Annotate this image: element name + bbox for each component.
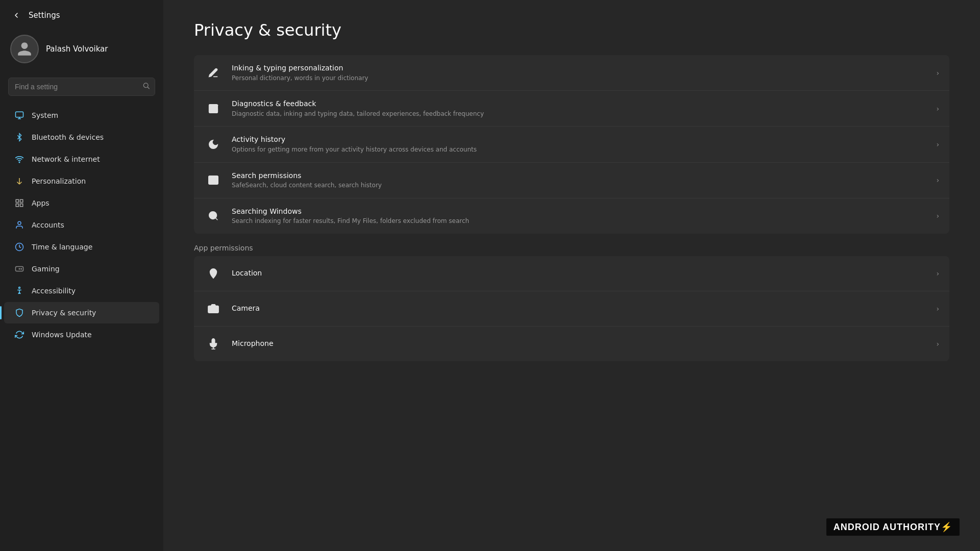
nav-list: System Bluetooth & devices Network & int… bbox=[0, 104, 163, 551]
sidebar-item-windows-update[interactable]: Windows Update bbox=[4, 324, 159, 345]
location-text: Location bbox=[232, 268, 927, 279]
location-title: Location bbox=[232, 268, 927, 279]
accounts-icon bbox=[14, 220, 24, 230]
sidebar-item-accounts-label: Accounts bbox=[32, 221, 64, 229]
search-perm-desc: SafeSearch, cloud content search, search… bbox=[232, 182, 927, 190]
svg-rect-2 bbox=[16, 112, 23, 117]
inking-text: Inking & typing personalization Personal… bbox=[232, 63, 927, 82]
sidebar-item-accounts[interactable]: Accounts bbox=[4, 214, 159, 236]
sidebar-item-accessibility-label: Accessibility bbox=[32, 287, 76, 295]
sidebar-item-accessibility[interactable]: Accessibility bbox=[4, 280, 159, 302]
sidebar-item-system-label: System bbox=[32, 111, 58, 119]
sidebar-item-privacy[interactable]: Privacy & security bbox=[4, 302, 159, 323]
settings-items-group: Inking & typing personalization Personal… bbox=[194, 55, 949, 234]
svg-point-22 bbox=[211, 178, 214, 181]
search-perm-title: Search permissions bbox=[232, 171, 927, 181]
system-icon bbox=[14, 110, 24, 120]
svg-rect-9 bbox=[16, 199, 18, 202]
apps-icon bbox=[14, 198, 24, 208]
settings-item-camera[interactable]: Camera › bbox=[194, 291, 949, 327]
inking-title: Inking & typing personalization bbox=[232, 63, 927, 73]
user-name: Palash Volvoikar bbox=[46, 44, 108, 54]
searching-windows-icon bbox=[204, 207, 223, 225]
searching-windows-desc: Search indexing for faster results, Find… bbox=[232, 217, 927, 226]
search-input[interactable] bbox=[8, 78, 155, 96]
activity-desc: Options for getting more from your activ… bbox=[232, 146, 927, 154]
back-button[interactable] bbox=[10, 9, 22, 21]
sidebar: Settings Palash Volvoikar System bbox=[0, 0, 163, 551]
sidebar-item-personalization-label: Personalization bbox=[32, 177, 86, 185]
avatar bbox=[10, 35, 39, 63]
sidebar-item-gaming[interactable]: Gaming bbox=[4, 258, 159, 280]
sidebar-item-apps-label: Apps bbox=[32, 199, 50, 207]
network-icon bbox=[14, 154, 24, 164]
svg-rect-11 bbox=[16, 204, 18, 207]
time-icon bbox=[14, 242, 24, 252]
svg-rect-10 bbox=[20, 199, 23, 202]
svg-point-29 bbox=[211, 307, 215, 311]
user-profile: Palash Volvoikar bbox=[0, 27, 163, 73]
sidebar-item-bluetooth[interactable]: Bluetooth & devices bbox=[4, 127, 159, 148]
privacy-icon bbox=[14, 308, 24, 318]
settings-item-microphone[interactable]: Microphone › bbox=[194, 327, 949, 361]
settings-item-inking[interactable]: Inking & typing personalization Personal… bbox=[194, 55, 949, 91]
settings-item-activity[interactable]: Activity history Options for getting mor… bbox=[194, 127, 949, 162]
app-permissions-group: Location › Camera › bbox=[194, 256, 949, 361]
app-permissions-label: App permissions bbox=[194, 244, 949, 252]
search-box bbox=[8, 78, 155, 96]
gaming-icon bbox=[14, 264, 24, 274]
searching-windows-chevron: › bbox=[936, 212, 939, 220]
sidebar-item-privacy-label: Privacy & security bbox=[32, 309, 96, 317]
searching-windows-text: Searching Windows Search indexing for fa… bbox=[232, 207, 927, 226]
svg-point-5 bbox=[19, 162, 20, 163]
svg-point-18 bbox=[21, 268, 22, 269]
microphone-chevron: › bbox=[936, 340, 939, 348]
activity-text: Activity history Options for getting mor… bbox=[232, 135, 927, 154]
settings-item-location[interactable]: Location › bbox=[194, 256, 949, 291]
search-perm-chevron: › bbox=[936, 176, 939, 184]
sidebar-item-time-label: Time & language bbox=[32, 243, 92, 251]
sidebar-item-bluetooth-label: Bluetooth & devices bbox=[32, 133, 104, 141]
sidebar-item-apps[interactable]: Apps bbox=[4, 192, 159, 214]
inking-icon bbox=[204, 64, 223, 82]
watermark: ANDROID AUTHORITY⚡ bbox=[826, 518, 960, 536]
app-title: Settings bbox=[29, 11, 60, 20]
microphone-text: Microphone bbox=[232, 339, 927, 349]
sidebar-header: Settings bbox=[0, 0, 163, 27]
personalization-icon bbox=[14, 176, 24, 186]
sidebar-item-network[interactable]: Network & internet bbox=[4, 148, 159, 170]
camera-text: Camera bbox=[232, 304, 927, 314]
settings-item-search-perm[interactable]: Search permissions SafeSearch, cloud con… bbox=[194, 163, 949, 198]
search-perm-icon bbox=[204, 171, 223, 189]
sidebar-item-system[interactable]: System bbox=[4, 105, 159, 126]
camera-icon bbox=[204, 299, 223, 318]
camera-title: Camera bbox=[232, 304, 927, 314]
svg-point-13 bbox=[18, 221, 21, 224]
diagnostics-chevron: › bbox=[936, 105, 939, 113]
bluetooth-icon bbox=[14, 132, 24, 142]
inking-desc: Personal dictionary, words in your dicti… bbox=[232, 74, 927, 83]
activity-title: Activity history bbox=[232, 135, 927, 145]
activity-icon bbox=[204, 135, 223, 154]
inking-chevron: › bbox=[936, 69, 939, 77]
settings-item-diagnostics[interactable]: Diagnostics & feedback Diagnostic data, … bbox=[194, 91, 949, 127]
sidebar-item-time[interactable]: Time & language bbox=[4, 236, 159, 258]
page-title: Privacy & security bbox=[194, 20, 949, 40]
microphone-title: Microphone bbox=[232, 339, 927, 349]
svg-point-26 bbox=[209, 212, 217, 219]
microphone-icon bbox=[204, 335, 223, 353]
svg-line-27 bbox=[215, 218, 217, 220]
sidebar-item-windows-update-label: Windows Update bbox=[32, 331, 92, 339]
sidebar-item-network-label: Network & internet bbox=[32, 155, 100, 163]
settings-item-searching-windows[interactable]: Searching Windows Search indexing for fa… bbox=[194, 198, 949, 234]
location-chevron: › bbox=[936, 269, 939, 278]
diagnostics-text: Diagnostics & feedback Diagnostic data, … bbox=[232, 99, 927, 118]
searching-windows-title: Searching Windows bbox=[232, 207, 927, 217]
update-icon bbox=[14, 330, 24, 340]
watermark-symbol: ⚡ bbox=[941, 522, 952, 532]
sidebar-item-personalization[interactable]: Personalization bbox=[4, 170, 159, 192]
main-content: Privacy & security Inking & typing perso… bbox=[163, 0, 980, 551]
sidebar-item-gaming-label: Gaming bbox=[32, 265, 60, 273]
svg-point-28 bbox=[212, 271, 215, 273]
diagnostics-title: Diagnostics & feedback bbox=[232, 99, 927, 109]
